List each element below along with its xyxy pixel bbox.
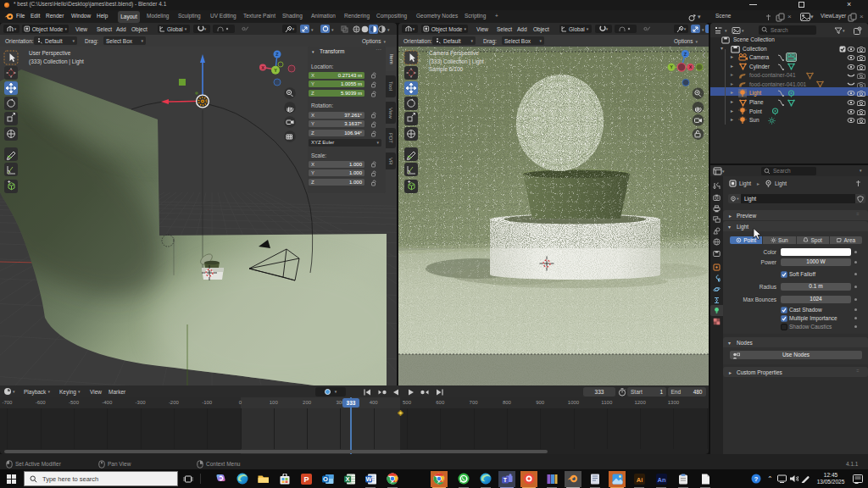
svg-text:O: O: [323, 475, 328, 483]
svg-text:Y: Y: [670, 64, 673, 69]
svg-text:An: An: [657, 475, 665, 483]
svg-text:Camera Perspective: Camera Perspective: [429, 50, 479, 57]
svg-text:Ai: Ai: [636, 475, 643, 483]
svg-text:(333) Collection | Light: (333) Collection | Light: [429, 58, 484, 65]
svg-text:P: P: [303, 475, 309, 484]
svg-text:X: X: [261, 65, 264, 70]
svg-text:Sample 6/100: Sample 6/100: [429, 66, 463, 73]
svg-text:Y: Y: [274, 68, 277, 73]
svg-text:X: X: [689, 64, 693, 69]
svg-text:(333) Collection | Light: (333) Collection | Light: [29, 58, 84, 65]
svg-text:T: T: [503, 476, 507, 482]
svg-text:W: W: [365, 475, 372, 483]
svg-text:?: ?: [754, 475, 759, 483]
svg-text:User Perspective: User Perspective: [29, 50, 71, 57]
svg-text:X: X: [345, 475, 349, 483]
